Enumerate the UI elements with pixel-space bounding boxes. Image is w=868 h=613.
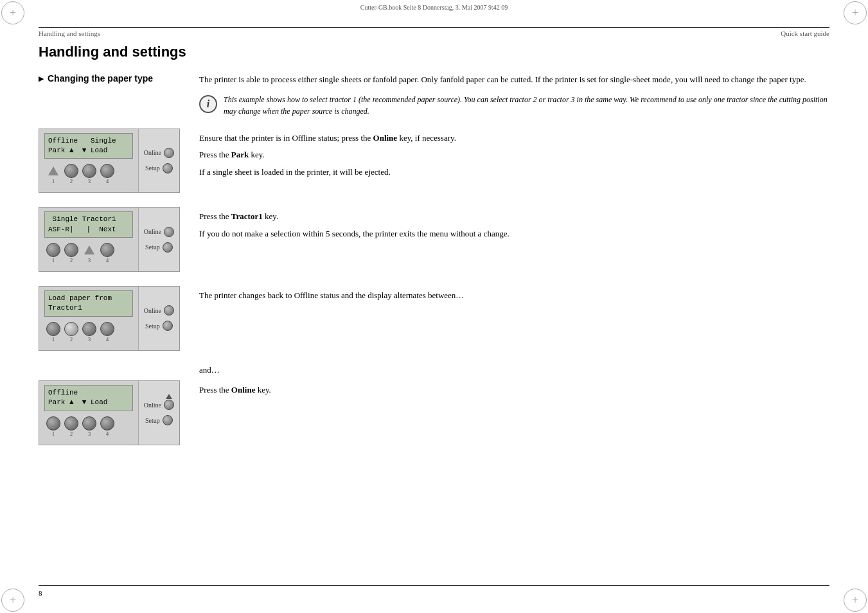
setup-label-4: Setup bbox=[145, 417, 160, 424]
side-btn-setup-3: Setup bbox=[145, 321, 173, 331]
info-box: i This example shows how to select tract… bbox=[199, 94, 829, 117]
lcd-display-2: Single Tractor1 ASF-R| | Next bbox=[44, 211, 133, 238]
lcd-display-3: Load paper from Tractor1 bbox=[44, 290, 133, 317]
btn-circle-3-1 bbox=[46, 322, 60, 336]
btn-circle-2-2 bbox=[64, 243, 78, 257]
side-btn-online-2: Online bbox=[144, 227, 174, 237]
device-panel-3: Load paper from Tractor1 1 2 3 bbox=[39, 286, 180, 351]
header-bar: Cutter-GB.book Seite 8 Donnerstag, 3. Ma… bbox=[0, 0, 868, 14]
reg-mark-br bbox=[844, 589, 867, 612]
device-panel-4: Offline Park ▲ ▼ Load 1 2 3 bbox=[39, 380, 180, 445]
btn-num-4-2: 2 bbox=[64, 416, 79, 437]
step-1-row: Offline Single Park ▲ ▼ Load 1 2 3 bbox=[39, 129, 829, 193]
online-label-2: Online bbox=[144, 228, 161, 235]
side-btn-setup-2: Setup bbox=[145, 242, 173, 253]
info-icon: i bbox=[199, 95, 217, 113]
section-heading: ▶ Changing the paper type bbox=[39, 73, 186, 84]
btn-triangle-2 bbox=[84, 245, 94, 254]
section-arrow-icon: ▶ bbox=[39, 75, 44, 83]
lcd-section-4: Offline Park ▲ ▼ Load 1 2 3 bbox=[39, 381, 139, 445]
btn-num-4-3: 3 bbox=[82, 416, 97, 437]
step-3-line-1: The printer changes back to Offline stat… bbox=[199, 289, 829, 303]
btn-num-2-3: 3 bbox=[82, 245, 97, 263]
btn-num-2-1: 1 bbox=[46, 243, 61, 263]
btn-circle-1-4 bbox=[100, 164, 114, 178]
buttons-row-4: 1 2 3 4 bbox=[44, 416, 133, 441]
btn-circle-2-1 bbox=[46, 243, 60, 257]
step-2-row: Single Tractor1 ASF-R| | Next 1 2 bbox=[39, 207, 829, 272]
step-2-line-1: Press the Tractor1 key. bbox=[199, 210, 829, 224]
step-1-text: Ensure that the printer is in Offline st… bbox=[186, 129, 829, 183]
device-panel-1: Offline Single Park ▲ ▼ Load 1 2 3 bbox=[39, 129, 180, 193]
page-number: 8 bbox=[39, 589, 42, 597]
btn-num-3-4: 4 bbox=[100, 322, 115, 342]
btn-circle-4-2 bbox=[64, 416, 78, 431]
btn-num-2-2: 2 bbox=[64, 243, 79, 263]
online-circle-4 bbox=[164, 400, 174, 410]
step-3-row: Load paper from Tractor1 1 2 3 bbox=[39, 286, 829, 351]
step-1-line-3: If a single sheet is loaded in the print… bbox=[199, 166, 829, 179]
btn-circle-4-1 bbox=[46, 416, 60, 431]
side-btn-online-1: Online bbox=[144, 148, 174, 158]
reg-mark-bl bbox=[1, 589, 24, 612]
step-2-text: Press the Tractor1 key. If you do not ma… bbox=[186, 207, 829, 245]
step-4-line-1: Press the Online key. bbox=[199, 384, 829, 397]
btn-circle-3-2 bbox=[64, 322, 78, 336]
setup-circle-4 bbox=[163, 415, 173, 425]
section-right-col: The printer is able to process either si… bbox=[186, 73, 829, 129]
btn-num-2-4: 4 bbox=[100, 243, 115, 263]
side-btn-online-3: Online bbox=[144, 305, 174, 315]
page-title: Handling and settings bbox=[39, 44, 829, 60]
buttons-row-3: 1 2 3 4 bbox=[44, 322, 133, 346]
btn-triangle-1 bbox=[48, 166, 58, 175]
online-label-4: Online bbox=[144, 402, 161, 409]
setup-circle-1 bbox=[163, 163, 173, 173]
setup-label-2: Setup bbox=[145, 244, 160, 251]
step-2-line-2: If you do not make a selection within 5 … bbox=[199, 227, 829, 241]
lcd-section-2: Single Tractor1 ASF-R| | Next 1 2 bbox=[39, 208, 139, 271]
setup-circle-2 bbox=[163, 242, 173, 253]
lcd-display-1: Offline Single Park ▲ ▼ Load bbox=[44, 133, 133, 159]
setup-label-3: Setup bbox=[145, 323, 160, 330]
btn-num-4-1: 1 bbox=[46, 416, 61, 437]
side-buttons-4: Online Setup bbox=[139, 381, 179, 445]
btn-num-1-1: 1 bbox=[46, 166, 61, 184]
online-label-1: Online bbox=[144, 149, 161, 156]
btn-circle-3-4 bbox=[100, 322, 114, 336]
btn-circle-1-2 bbox=[64, 164, 78, 178]
main-content: Handling and settings ▶ Changing the pap… bbox=[39, 44, 829, 578]
btn-circle-1-3 bbox=[82, 164, 96, 178]
side-buttons-1: Online Setup bbox=[139, 129, 179, 193]
section-left-col: ▶ Changing the paper type bbox=[39, 73, 186, 129]
buttons-row-1: 1 2 3 4 bbox=[44, 164, 133, 188]
file-info: Cutter-GB.book Seite 8 Donnerstag, 3. Ma… bbox=[39, 4, 829, 11]
step-4-row: Offline Park ▲ ▼ Load 1 2 3 bbox=[39, 380, 829, 445]
btn-circle-4-3 bbox=[82, 416, 96, 431]
bottom-rule bbox=[39, 585, 829, 586]
step-2-device: Single Tractor1 ASF-R| | Next 1 2 bbox=[39, 207, 186, 272]
step-4-text: Press the Online key. bbox=[186, 380, 829, 401]
lcd-display-4: Offline Park ▲ ▼ Load bbox=[44, 385, 133, 411]
step-1-line-2: Press the Park key. bbox=[199, 148, 829, 162]
side-buttons-2: Online Setup bbox=[139, 208, 179, 271]
side-buttons-3: Online Setup bbox=[139, 287, 179, 350]
btn-circle-2-4 bbox=[100, 243, 114, 257]
side-btn-setup-1: Setup bbox=[145, 163, 173, 173]
section-header-right: Quick start guide bbox=[781, 30, 829, 37]
section-header-left: Handling and settings bbox=[39, 30, 100, 37]
lcd-section-3: Load paper from Tractor1 1 2 3 bbox=[39, 287, 139, 350]
device-panel-2: Single Tractor1 ASF-R| | Next 1 2 bbox=[39, 207, 180, 272]
online-circle-2 bbox=[164, 227, 174, 237]
online-circle-1 bbox=[164, 148, 174, 158]
info-text: This example shows how to select tractor… bbox=[224, 94, 829, 117]
and-text: and… bbox=[39, 365, 829, 375]
top-rule bbox=[39, 27, 829, 28]
step-4-device: Offline Park ▲ ▼ Load 1 2 3 bbox=[39, 380, 186, 445]
btn-num-1-2: 2 bbox=[64, 164, 79, 184]
btn-circle-3-3 bbox=[82, 322, 96, 336]
section-heading-label: Changing the paper type bbox=[48, 73, 153, 84]
btn-num-3-1: 1 bbox=[46, 322, 61, 342]
btn-num-1-4: 4 bbox=[100, 164, 115, 184]
btn-num-3-3: 3 bbox=[82, 322, 97, 342]
setup-circle-3 bbox=[163, 321, 173, 331]
